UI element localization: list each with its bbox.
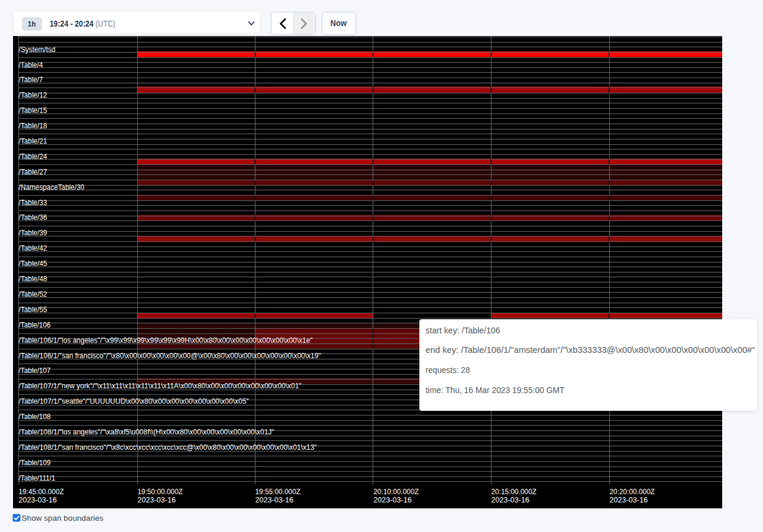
svg-text:/Table/33: /Table/33 <box>19 198 47 207</box>
svg-text:/Table/21: /Table/21 <box>19 137 47 145</box>
svg-text:/Table/7: /Table/7 <box>19 75 43 84</box>
svg-text:/Table/109: /Table/109 <box>19 458 51 467</box>
svg-text:/Table/27: /Table/27 <box>19 167 47 176</box>
svg-text:/System/tsd: /System/tsd <box>19 45 56 54</box>
svg-text:/NamespaceTable/30: /NamespaceTable/30 <box>19 183 85 192</box>
svg-text:/Table/111/1: /Table/111/1 <box>19 473 56 482</box>
svg-text:/Table/42: /Table/42 <box>19 244 47 252</box>
svg-text:/Table/106: /Table/106 <box>19 320 51 329</box>
svg-text:/Table/108/1/"los angeles"/"\x: /Table/108/1/"los angeles"/"\xa8\xf5\u00… <box>19 427 274 436</box>
svg-text:19:55:00.000Z: 19:55:00.000Z <box>256 487 301 496</box>
svg-text:19:45:00.000Z: 19:45:00.000Z <box>19 487 64 496</box>
svg-text:2023-03-16: 2023-03-16 <box>19 495 57 504</box>
svg-text:requests: 28: requests: 28 <box>425 365 470 375</box>
svg-text:/Table/107/1/"seattle"/"UUUUUU: /Table/107/1/"seattle"/"UUUUUUD\x00\x80\… <box>19 397 249 406</box>
svg-text:20:15:00.000Z: 20:15:00.000Z <box>492 487 537 496</box>
svg-text:2023-03-16: 2023-03-16 <box>138 495 176 504</box>
svg-text:/Table/107: /Table/107 <box>19 366 51 375</box>
svg-text:/Table/52: /Table/52 <box>19 290 47 299</box>
svg-text:/Table/24: /Table/24 <box>19 152 47 161</box>
svg-text:/Table/48: /Table/48 <box>19 274 47 283</box>
svg-text:/Table/108: /Table/108 <box>19 412 51 421</box>
svg-text:/Table/4: /Table/4 <box>19 60 43 69</box>
svg-text:/Table/15: /Table/15 <box>19 106 47 115</box>
svg-text:20:20:00.000Z: 20:20:00.000Z <box>610 487 655 496</box>
svg-text:/Table/108/1/"san francisco"/": /Table/108/1/"san francisco"/"\x8c\xcc\x… <box>19 443 317 452</box>
svg-text:/Table/45: /Table/45 <box>19 259 47 268</box>
svg-text:time: Thu, 16 Mar 2023 19:55:0: time: Thu, 16 Mar 2023 19:55:00 GMT <box>425 385 564 395</box>
svg-text:2023-03-16: 2023-03-16 <box>374 495 412 504</box>
svg-text:end key: /Table/106/1/"amsterd: end key: /Table/106/1/"amsterdam"/"\xb33… <box>425 345 755 355</box>
svg-text:2023-03-16: 2023-03-16 <box>256 495 294 504</box>
svg-text:start key: /Table/106: start key: /Table/106 <box>425 325 500 335</box>
svg-text:/Table/106/1/"san francisco"/": /Table/106/1/"san francisco"/"\x80\x00\x… <box>19 351 321 360</box>
svg-text:/Table/55: /Table/55 <box>19 305 47 314</box>
svg-text:/Table/107/1/"new york"/"\x11\: /Table/107/1/"new york"/"\x11\x11\x11\x1… <box>19 381 302 390</box>
svg-text:2023-03-16: 2023-03-16 <box>492 495 530 504</box>
svg-text:/Table/18: /Table/18 <box>19 121 47 130</box>
svg-text:2023-03-16: 2023-03-16 <box>610 495 648 504</box>
svg-text:/Table/36: /Table/36 <box>19 213 47 222</box>
svg-text:19:50:00.000Z: 19:50:00.000Z <box>138 487 183 496</box>
svg-text:/Table/106/1/"los angeles"/"\x: /Table/106/1/"los angeles"/"\x99\x99\x99… <box>19 336 313 345</box>
svg-text:/Table/39: /Table/39 <box>19 228 47 237</box>
svg-text:20:10:00.000Z: 20:10:00.000Z <box>374 487 419 496</box>
svg-text:/Table/12: /Table/12 <box>19 90 47 99</box>
